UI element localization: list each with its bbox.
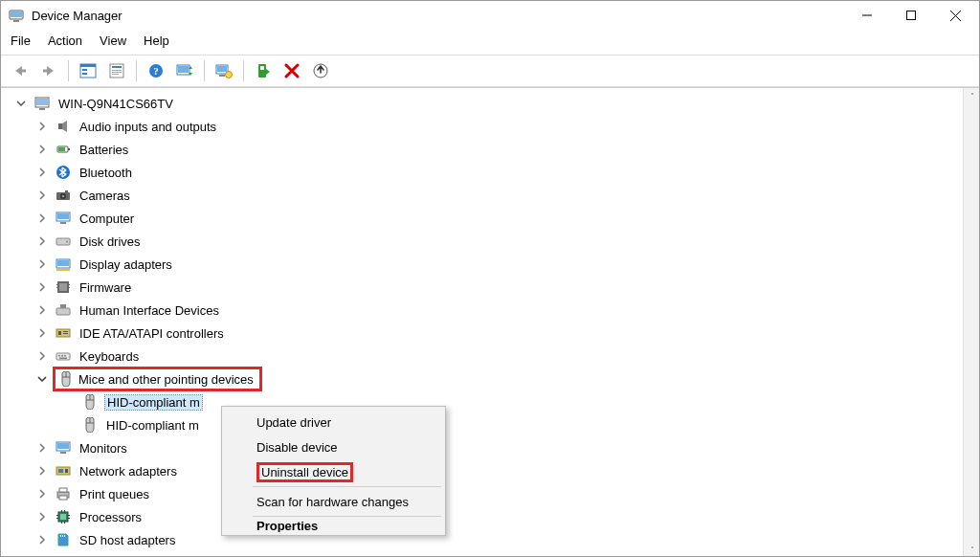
expand-icon[interactable] <box>35 122 49 131</box>
ctx-scan-hardware[interactable]: Scan for hardware changes <box>224 489 443 514</box>
forward-button[interactable] <box>35 58 62 83</box>
toolbar-divider <box>68 60 69 81</box>
expand-icon[interactable] <box>35 466 49 476</box>
tree-category[interactable]: Monitors <box>7 436 979 459</box>
printer-icon <box>55 485 72 502</box>
menu-bar: File Action View Help <box>1 30 979 55</box>
minimize-button[interactable] <box>845 1 889 30</box>
firmware-icon <box>55 278 72 296</box>
tree-root[interactable]: WIN-Q9N41CS66TV <box>7 92 979 115</box>
svg-rect-88 <box>64 510 65 512</box>
svg-rect-51 <box>56 284 57 285</box>
ctx-uninstall-device[interactable]: Uninstall device <box>224 459 443 484</box>
tree-category[interactable]: Bluetooth <box>7 161 979 184</box>
scroll-down-arrow-icon[interactable]: ˅ <box>964 542 979 557</box>
tree-category[interactable]: Batteries <box>7 138 979 161</box>
svg-rect-79 <box>59 488 67 492</box>
close-button[interactable] <box>933 1 977 30</box>
vertical-scrollbar[interactable]: ˄ ˅ <box>963 88 979 557</box>
tree-category[interactable]: IDE ATA/ATAPI controllers <box>7 322 979 345</box>
ide-controller-icon <box>55 324 72 342</box>
ctx-properties[interactable]: Properties <box>224 519 443 532</box>
expand-icon[interactable] <box>35 190 49 200</box>
menu-help[interactable]: Help <box>144 33 169 49</box>
tree-device[interactable]: HID-compliant m <box>7 390 979 413</box>
expand-icon[interactable] <box>35 145 49 154</box>
svg-rect-30 <box>36 99 48 105</box>
menu-action[interactable]: Action <box>48 33 82 49</box>
collapse-icon[interactable] <box>35 374 49 384</box>
highlighted-category: Mice and other pointing devices <box>53 367 262 391</box>
properties-button[interactable] <box>103 58 130 83</box>
svg-rect-54 <box>69 287 70 288</box>
network-adapter-icon <box>55 462 72 479</box>
tree-category-label: Display adapters <box>78 257 174 272</box>
expand-icon[interactable] <box>35 213 49 223</box>
tree-category[interactable]: Mice and other pointing devices <box>7 368 979 390</box>
tree-category-label: IDE ATA/ATAPI controllers <box>78 326 226 341</box>
svg-rect-7 <box>21 70 26 73</box>
toolbar-divider <box>243 60 244 81</box>
computer-root-icon <box>33 95 51 112</box>
tree-category[interactable]: Network adapters <box>7 459 979 482</box>
expand-icon[interactable] <box>35 512 49 522</box>
update-driver-button[interactable] <box>307 58 334 83</box>
ctx-update-driver[interactable]: Update driver <box>224 410 443 434</box>
disk-drive-icon <box>55 233 72 250</box>
update-display-button[interactable] <box>211 58 237 83</box>
maximize-button[interactable] <box>889 1 933 30</box>
svg-rect-16 <box>112 72 122 73</box>
scroll-up-arrow-icon[interactable]: ˄ <box>964 88 979 104</box>
svg-rect-77 <box>65 469 68 473</box>
enable-device-button[interactable] <box>250 58 277 83</box>
svg-rect-73 <box>57 443 69 449</box>
expand-icon[interactable] <box>35 282 49 292</box>
tree-category[interactable]: Disk drives <box>7 230 979 253</box>
expand-icon[interactable] <box>35 489 49 499</box>
expand-icon[interactable] <box>35 167 49 177</box>
back-button[interactable] <box>7 58 33 83</box>
uninstall-device-button[interactable] <box>278 58 305 83</box>
ctx-item-label: Uninstall device <box>256 462 353 482</box>
expand-icon[interactable] <box>35 443 49 453</box>
scan-hardware-button[interactable] <box>171 58 198 83</box>
expand-icon[interactable] <box>35 328 49 338</box>
bluetooth-icon <box>55 164 72 181</box>
svg-rect-8 <box>43 70 48 73</box>
svg-rect-63 <box>61 355 63 357</box>
tree-category-label: Audio inputs and outputs <box>78 120 218 134</box>
toolbar-divider <box>204 60 205 81</box>
ctx-disable-device[interactable]: Disable device <box>224 434 443 459</box>
expand-icon[interactable] <box>35 351 49 361</box>
tree-category[interactable]: Firmware <box>7 276 979 299</box>
device-tree[interactable]: WIN-Q9N41CS66TV Audio inputs and outputs… <box>1 88 979 555</box>
ctx-item-label: Properties <box>256 519 318 532</box>
svg-rect-2 <box>13 20 19 22</box>
tree-category[interactable]: Audio inputs and outputs <box>7 115 979 138</box>
tree-category[interactable]: SD host adapters <box>7 528 979 551</box>
svg-rect-56 <box>60 304 66 308</box>
svg-rect-86 <box>68 518 70 519</box>
tree-category[interactable]: Keyboards <box>7 345 979 368</box>
tree-device[interactable]: HID-compliant m <box>7 413 979 436</box>
collapse-icon[interactable] <box>14 99 28 108</box>
context-menu: Update driver Disable device Uninstall d… <box>221 406 446 536</box>
expand-icon[interactable] <box>35 305 49 315</box>
tree-category[interactable]: Human Interface Devices <box>7 299 979 322</box>
menu-file[interactable]: File <box>11 33 31 49</box>
context-menu-gutter <box>224 409 251 533</box>
tree-category[interactable]: Display adapters <box>7 253 979 276</box>
tree-category[interactable]: Computer <box>7 207 979 230</box>
tree-category[interactable]: Processors <box>7 505 979 528</box>
mouse-icon <box>57 370 75 388</box>
tree-category[interactable]: Cameras <box>7 184 979 207</box>
showhide-console-tree-button[interactable] <box>75 58 101 83</box>
tree-category-label: SD host adapters <box>78 533 177 547</box>
expand-icon[interactable] <box>35 259 49 269</box>
tree-category[interactable]: Print queues <box>7 482 979 505</box>
expand-icon[interactable] <box>35 236 49 246</box>
svg-rect-92 <box>62 535 63 537</box>
menu-view[interactable]: View <box>100 33 126 49</box>
expand-icon[interactable] <box>35 535 49 545</box>
help-button[interactable]: ? <box>143 58 169 83</box>
